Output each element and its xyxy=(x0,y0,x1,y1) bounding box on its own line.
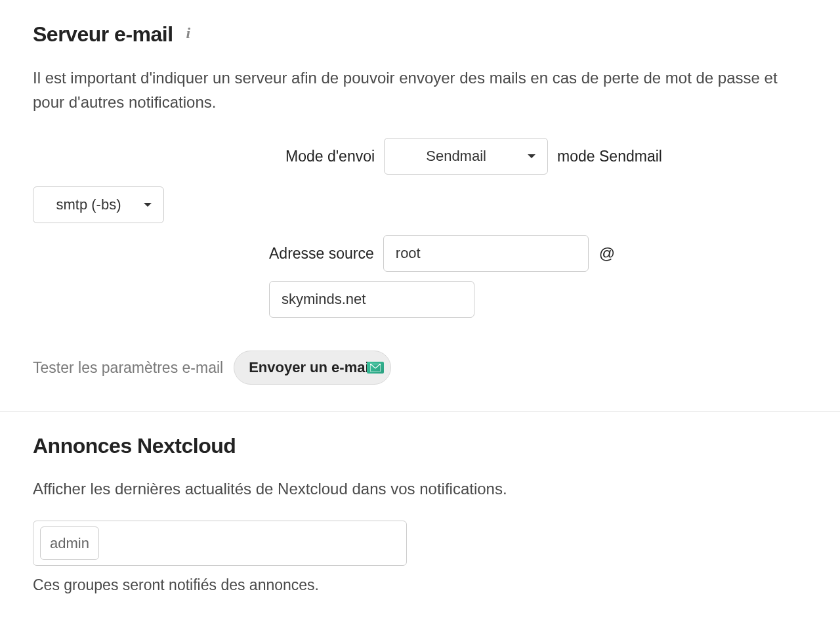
sendmail-mode-select[interactable]: smtp (-bs) xyxy=(33,186,164,223)
sendmail-mode-row: smtp (-bs) xyxy=(33,186,807,223)
send-email-button[interactable]: Envoyer un e-mail xyxy=(234,351,391,385)
section-title-email: Serveur e-mail xyxy=(33,18,173,50)
info-icon[interactable]: i xyxy=(186,21,191,45)
send-mode-label: Mode d'envoi xyxy=(285,145,375,168)
section-title-announcements: Annonces Nextcloud xyxy=(33,430,807,461)
groups-tag-input[interactable]: admin xyxy=(33,521,407,566)
source-address-label: Adresse source xyxy=(269,242,374,265)
announcements-section: Annonces Nextcloud Afficher les dernière… xyxy=(0,411,840,621)
test-email-row: Tester les paramètres e-mail Envoyer un … xyxy=(33,351,807,385)
send-mode-select[interactable]: Sendmail xyxy=(384,138,548,175)
email-server-section: Serveur e-mail i Il est important d'indi… xyxy=(0,0,840,411)
test-email-label: Tester les paramètres e-mail xyxy=(33,356,223,379)
announcements-description: Afficher les dernières actualités de Nex… xyxy=(33,477,807,501)
send-email-button-label: Envoyer un e-mail xyxy=(249,359,373,376)
at-symbol: @ xyxy=(598,242,616,265)
group-tag[interactable]: admin xyxy=(40,526,99,560)
source-domain-input[interactable] xyxy=(269,281,474,318)
groups-helper-text: Ces groupes seront notifiés des annonces… xyxy=(33,574,807,597)
send-mode-suffix: mode Sendmail xyxy=(557,145,662,168)
source-address-row: Adresse source @ xyxy=(269,235,807,318)
email-description: Il est important d'indiquer un serveur a… xyxy=(33,66,794,114)
send-mode-select-wrap: Sendmail xyxy=(384,138,548,175)
source-user-input[interactable] xyxy=(383,235,589,272)
sendmail-mode-select-wrap: smtp (-bs) xyxy=(33,186,164,223)
send-mode-row: Mode d'envoi Sendmail mode Sendmail xyxy=(285,138,807,175)
mail-icon xyxy=(367,362,384,374)
